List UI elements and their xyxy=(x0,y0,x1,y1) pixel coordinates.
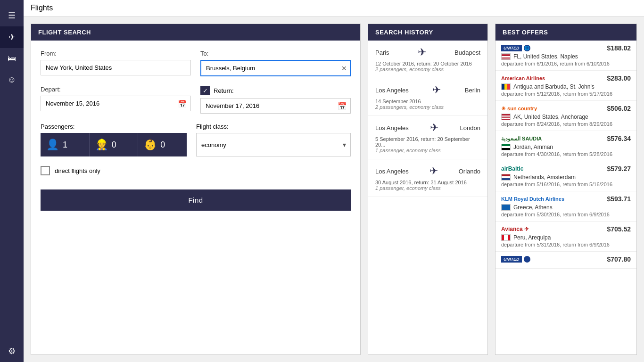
page-title: Flights xyxy=(24,0,644,16)
infant-icon: 👶 xyxy=(144,139,157,151)
sidebar-icon-settings[interactable]: ⚙ xyxy=(0,340,24,362)
offer-top-5: KLM Royal Dutch Airlines $593.71 xyxy=(501,195,631,203)
offer-item-1[interactable]: American Airlines $283.00 Antigua and Ba… xyxy=(495,71,636,101)
best-offers-header: BEST OFFERS xyxy=(495,24,636,41)
offer-price-0: $188.02 xyxy=(607,44,631,52)
adults-segment: 👤 1 xyxy=(41,133,89,156)
airline-logo-4: airBaltic xyxy=(501,165,523,172)
offer-price-4: $579.27 xyxy=(607,165,631,173)
offer-destination-0: FL, United States, Naples xyxy=(513,53,578,60)
offer-dates-4: departure from 5/16/2016, return from 5/… xyxy=(501,181,631,187)
history-from-1: Los Angeles xyxy=(375,87,409,94)
children-count: 0 xyxy=(112,140,116,150)
history-from-0: Paris xyxy=(375,49,389,56)
offer-top-3: السعودية SAUDIA $576.34 xyxy=(501,135,631,142)
history-route-3: Los Angeles ✈ Orlando xyxy=(375,165,480,177)
offer-dest-row-3: Jordan, Amman xyxy=(501,144,631,150)
offer-price-2: $506.02 xyxy=(607,105,631,112)
from-input[interactable] xyxy=(41,60,191,75)
depart-group: Depart: 📅 xyxy=(41,86,191,114)
history-from-3: Los Angeles xyxy=(375,168,409,175)
offer-dest-row-6: Peru, Arequipa xyxy=(501,234,631,241)
flag-2 xyxy=(501,114,511,120)
offer-dest-row-2: AK, United States, Anchorage xyxy=(501,114,631,120)
offer-destination-3: Jordan, Amman xyxy=(513,144,553,150)
history-item-0[interactable]: Paris ✈ Budapest 12 October 2016, return… xyxy=(368,41,487,78)
offer-dates-6: departure from 5/31/2016, return from 6/… xyxy=(501,242,631,247)
history-details-3: 1 passenger, economy class xyxy=(375,185,480,191)
sidebar-menu-icon[interactable]: ☰ xyxy=(0,5,24,26)
history-to-0: Budapest xyxy=(454,49,480,56)
airline-logo-2: ☀ sun country xyxy=(501,106,537,112)
offer-destination-4: Netherlands, Amsterdam xyxy=(513,174,576,181)
find-button[interactable]: Find xyxy=(41,189,351,211)
infants-segment: 👶 0 xyxy=(138,133,187,156)
return-checkbox[interactable] xyxy=(200,86,210,95)
content-area: FLIGHT SEARCH From: To: ✕ xyxy=(24,16,644,362)
flag-3 xyxy=(501,144,511,150)
return-input[interactable] xyxy=(200,98,351,114)
sidebar-icon-activities[interactable]: ☺ xyxy=(0,69,24,90)
from-label: From: xyxy=(41,50,191,57)
offer-top-4: airBaltic $579.27 xyxy=(501,165,631,173)
flight-search-header: FLIGHT SEARCH xyxy=(31,24,360,41)
airline-logo-6: Avianca ✈ xyxy=(501,226,529,232)
passengers-control: 👤 1 👷 0 👶 0 xyxy=(41,133,187,156)
offer-price-7: $707.80 xyxy=(607,255,631,263)
offer-item-2[interactable]: ☀ sun country $506.02 AK, United States,… xyxy=(495,101,636,131)
from-to-row: From: To: ✕ xyxy=(41,50,351,76)
history-date-3: 30 August 2016, return: 31 August 2016 xyxy=(375,180,480,185)
offer-price-3: $576.34 xyxy=(607,135,631,142)
flag-5 xyxy=(501,204,511,211)
airline-logo-5: KLM Royal Dutch Airlines xyxy=(501,196,564,202)
offer-dates-5: departure from 5/30/2016, return from 6/… xyxy=(501,212,631,217)
offer-top-1: American Airlines $283.00 xyxy=(501,74,631,82)
offer-item-0[interactable]: UNITED 🌐 $188.02 FL, United States, Napl… xyxy=(495,41,636,71)
sidebar-icon-hotels[interactable]: 🛏 xyxy=(0,48,24,69)
history-route-2: Los Angeles ✈ London xyxy=(375,122,480,134)
passengers-row: Passengers: 👤 1 👷 0 👶 xyxy=(41,123,351,156)
search-history-panel: SEARCH HISTORY Paris ✈ Budapest 12 Octob… xyxy=(368,24,488,355)
offer-price-6: $705.52 xyxy=(607,225,631,233)
history-item-2[interactable]: Los Angeles ✈ London 5 September 2016, r… xyxy=(368,116,487,159)
offer-item-4[interactable]: airBaltic $579.27 Netherlands, Amsterdam… xyxy=(495,161,636,191)
offer-item-3[interactable]: السعودية SAUDIA $576.34 Jordan, Amman de… xyxy=(495,131,636,161)
history-date-0: 12 October 2016, return: 20 October 2016 xyxy=(375,61,480,66)
offer-dest-row-5: Greece, Athens xyxy=(501,204,631,211)
clear-to-button[interactable]: ✕ xyxy=(341,65,347,72)
direct-flights-row: direct flights only xyxy=(41,166,351,175)
flight-class-select[interactable]: economy business first class xyxy=(196,133,351,156)
history-item-1[interactable]: Los Angeles ✈ Berlin 14 September 2016 2… xyxy=(368,78,487,116)
infants-count: 0 xyxy=(160,140,165,150)
flight-class-select-wrapper: economy business first class xyxy=(196,133,351,156)
to-group: To: ✕ xyxy=(200,50,351,76)
passengers-label: Passengers: xyxy=(41,123,187,130)
direct-flights-label: direct flights only xyxy=(55,167,100,174)
offer-destination-2: AK, United States, Anchorage xyxy=(513,114,588,120)
history-date-2: 5 September 2016, return: 20 September 2… xyxy=(375,136,480,148)
plane-icon-0: ✈ xyxy=(418,46,426,58)
main-content: Flights FLIGHT SEARCH From: To: ✕ xyxy=(24,0,644,362)
sidebar-icon-flights[interactable]: ✈ xyxy=(0,26,24,48)
offer-item-7[interactable]: UNITED $707.80 xyxy=(495,252,636,269)
depart-return-row: Depart: 📅 Return: 📅 xyxy=(41,86,351,114)
offer-dest-row-1: Antigua and Barbuda, St. John's xyxy=(501,83,631,90)
offer-item-6[interactable]: Avianca ✈ $705.52 Peru, Arequipa departu… xyxy=(495,222,636,252)
history-details-0: 2 passengers, economy class xyxy=(375,66,480,72)
depart-input[interactable] xyxy=(41,96,191,111)
offer-destination-1: Antigua and Barbuda, St. John's xyxy=(513,83,594,90)
offer-top-0: UNITED 🌐 $188.02 xyxy=(501,44,631,52)
offer-dates-2: departure from 8/24/2016, return from 8/… xyxy=(501,121,631,127)
to-input[interactable] xyxy=(200,60,351,76)
history-to-1: Berlin xyxy=(465,87,480,94)
direct-flights-checkbox[interactable] xyxy=(41,166,50,175)
united-logo-7: UNITED xyxy=(501,256,522,263)
offer-dates-3: departure from 4/30/2016, return from 5/… xyxy=(501,151,631,157)
history-to-3: Orlando xyxy=(459,168,480,175)
history-item-3[interactable]: Los Angeles ✈ Orlando 30 August 2016, re… xyxy=(368,159,487,197)
children-segment: 👷 0 xyxy=(89,133,138,156)
offer-dates-0: departure from 6/1/2016, return from 6/1… xyxy=(501,61,631,66)
offer-item-5[interactable]: KLM Royal Dutch Airlines $593.71 Greece,… xyxy=(495,191,636,222)
plane-icon-3: ✈ xyxy=(429,165,438,177)
passengers-group: Passengers: 👤 1 👷 0 👶 xyxy=(41,123,187,156)
